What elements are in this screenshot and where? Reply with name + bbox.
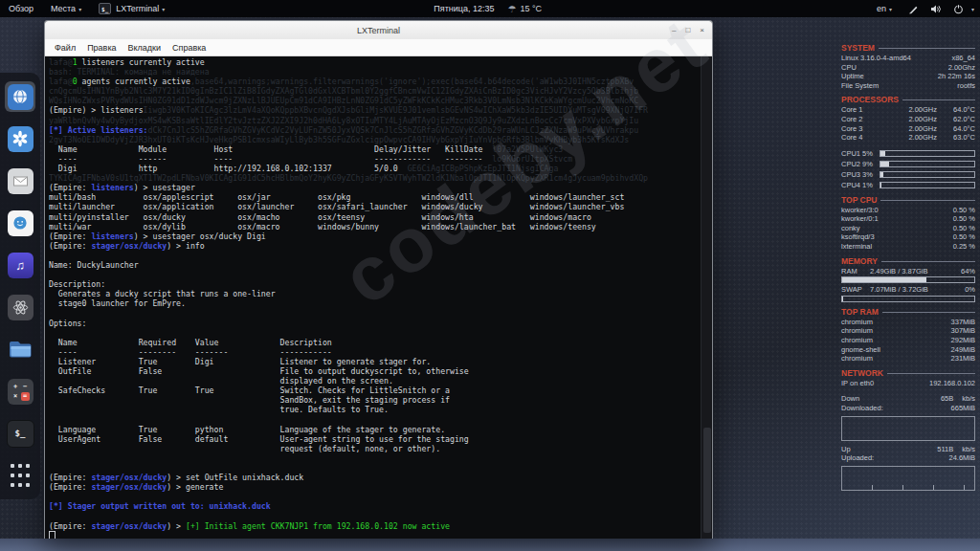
maximize-button[interactable]: □ [685,21,690,39]
dock-item-show-applications[interactable] [5,460,35,491]
clock[interactable]: Пятница, 12:35 [434,4,494,13]
downloaded-row: Downloaded:665MiB [841,404,975,413]
terminal-line: Options: [49,319,700,328]
menu-item[interactable]: Справка [167,43,212,53]
monitor-row: ksoftirqd/30.50 % [841,232,975,242]
power-icon[interactable] [949,4,968,14]
close-button[interactable]: × [700,21,704,39]
music-note-icon: ♫ [8,253,33,278]
weather-widget: ☂ 15 °C [508,4,543,14]
section-title-network: NETWORK [841,368,975,379]
mail-icon [8,168,33,194]
terminal-line: true. Defaults to True. [49,405,700,414]
terminal-line: (Empire: stager/osx/ducky) > info [49,241,700,251]
terminal-content[interactable]: lafa@1 listeners currently activebash: T… [45,56,712,539]
monitor-row: chromium292MiB [841,336,975,345]
section-title-system: SYSTEM [841,43,975,54]
upload-graph [841,466,975,491]
ip-row: IP on eth0192.168.0.102 [841,379,975,388]
swap-bar [841,296,975,302]
terminal-line: ---- -------- ------- ----------- [49,347,700,357]
terminal-line: displayed on the screen. [49,376,700,386]
ram-row: RAM 2.49GiB / 3.87GiB 64% [841,267,975,276]
scrollbar-thumb[interactable] [703,428,711,533]
scrollbar[interactable] [701,56,712,539]
terminal-line: SafeChecks True True Switch. Checks for … [49,386,700,395]
dock-item-calculator[interactable]: +−×= [5,376,35,407]
terminal-line: Name Module Host Delay/Jitter KillDate l… [49,144,700,154]
minimize-button[interactable]: – [672,21,676,39]
terminal-line [49,531,700,539]
terminal-line: TYKICAgIFNbaV0sU1tqXT1TW2pdLFNbaV0KICAgI… [49,173,700,183]
window-title: LXTerminal [45,26,712,35]
terminal-line: [*] Active listeners:dCk7CnJlcS5hZGRfaGV… [49,125,700,135]
browser-icon [8,84,33,110]
terminal-line: (Empire: listeners) > usestager [49,183,700,192]
activities-button[interactable]: Обзор [0,0,42,17]
terminal-line: lafa@0 agents currently active,base64,wa… [49,77,700,86]
swap-row: SWAP 7.07MiB / 3.72GiB 0% [841,285,975,295]
dock-item-shutter[interactable] [5,123,35,154]
terminal-line [49,270,700,279]
layout-label: en [877,4,886,13]
terminal-line: Description: [49,279,700,289]
chevron-down-icon: ▾ [889,6,892,12]
dock: ♫ +−×= $_ [0,73,40,499]
monitor-row: chromium307MiB [841,326,975,336]
menu-item[interactable]: Правка [81,43,122,53]
dock-item-terminal[interactable]: $_ [5,418,35,449]
terminal-line [49,492,700,501]
terminal-mini-icon: $_ [99,3,111,14]
monitor-row: chromium337MiB [841,318,975,327]
terminal-line: Listener True Digi Listener to generate … [49,357,700,366]
window-titlebar[interactable]: LXTerminal –□× [45,21,712,39]
terminal-line: multi/war osx/dylib osx/macro windows/bu… [49,222,700,231]
terminal-line: (Empire: stager/osx/ducky) > generate [49,482,700,492]
temperature: 15 °C [520,4,542,13]
top-panel: Обзор Места ▾ $_ LXTerminal ▾ Пятница, 1… [0,0,980,17]
dock-item-mail[interactable] [5,165,35,196]
volume-icon[interactable] [926,4,946,14]
terminal-line: (Empire: listeners) > usestager osx/duck… [49,231,700,241]
clock-weather[interactable]: Пятница, 12:35 ☂ 15 °C [434,4,542,14]
dock-item-atom[interactable] [5,292,35,322]
terminal-line: multi/launcher osx/application osx/launc… [49,202,700,211]
monitor-row: Core 12.00GHz64.0°C [841,105,975,115]
lxterminal-window: LXTerminal –□× ФайлПравкаВкладкиСправка … [44,20,713,539]
terminal-line [49,453,700,463]
app-grid-icon [8,463,33,489]
dock-item-browser[interactable] [5,81,35,112]
monitor-row: conky0.50 % [841,224,975,233]
chevron-down-icon[interactable]: ▾ [971,6,974,12]
down-row: Down 65Bkb/s [841,394,975,404]
terminal-line: WQsIHNoZWxsPVRydWUsIHN0ZG91dD1zdWJwcm9jZ… [49,96,700,105]
desktop: Обзор Места ▾ $_ LXTerminal ▾ Пятница, 1… [0,0,980,551]
menu-item[interactable]: Файл [49,43,81,53]
terminal-cursor [49,531,56,539]
monitor-row: lxterminal0.25 % [841,242,975,252]
menu-item[interactable]: Вкладки [122,43,167,53]
app-menu[interactable]: $_ LXTerminal ▾ [90,0,173,17]
places-menu[interactable]: Места ▾ [42,0,90,17]
terminal-line [49,328,700,338]
terminal-line: multi/bash osx/applescript osx/jar osx/p… [49,192,700,202]
pen-icon[interactable] [904,4,923,14]
folder-icon [8,337,33,363]
monitor-row: kworker/3:00.50 % [841,206,975,215]
terminal-line: (Empire: stager/osx/ducky) > set OutFile… [49,473,700,482]
cpu-bar-row: CPU3 3% [841,170,975,180]
places-label: Места [51,4,76,13]
section-title-topcpu: TOP CPU [841,195,975,206]
terminal-output: lafa@1 listeners currently activebash: T… [49,57,700,539]
dock-item-music[interactable]: ♫ [5,250,35,280]
dock-item-files[interactable] [5,334,35,364]
terminal-line: bash: TERMINAL: команда не найдена [49,67,700,77]
terminal-line [49,511,700,520]
terminal-line: lafa@1 listeners currently active [49,57,700,67]
dock-item-chat[interactable] [5,208,35,238]
terminal-line: multi/pyinstaller osx/ducky osx/macho os… [49,212,700,222]
terminal-line: Digi http http://192.168.0.102:1337 5/0.… [49,164,700,173]
cpu-bar-row: CPU4 1% [841,181,975,190]
uploaded-row: Uploaded:24.6MiB [841,453,975,463]
keyboard-layout[interactable]: en ▾ [868,4,901,13]
